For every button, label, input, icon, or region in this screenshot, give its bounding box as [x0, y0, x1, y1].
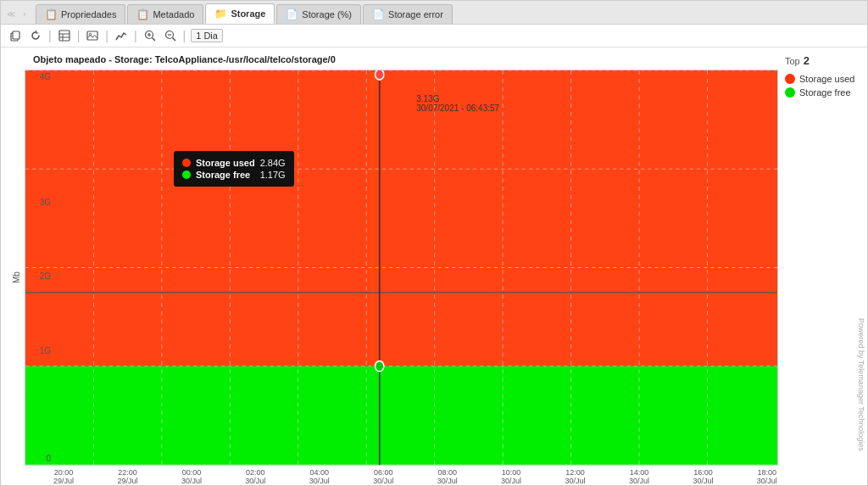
x-tick-3-time: 02:00 [245, 468, 265, 477]
x-tick-0: 20:00 29/Jul [53, 468, 74, 485]
x-axis: 20:00 29/Jul 22:00 29/Jul 00:00 30/Jul [53, 466, 778, 485]
svg-line-9 [152, 38, 155, 42]
svg-line-13 [172, 38, 175, 42]
toolbar: | | | | | 1 Dia [1, 25, 867, 47]
x-tick-3: 02:00 30/Jul [245, 468, 265, 485]
line-btn[interactable] [114, 29, 129, 42]
legend-label-free: Storage free [799, 87, 851, 98]
tab-metadado-icon: 📋 [136, 8, 149, 20]
crosshair-value: 3.13G [416, 94, 499, 103]
x-tick-1-time: 22:00 [117, 468, 137, 477]
legend-label-used: Storage used [799, 74, 854, 84]
x-tick-10-date: 30/Jul [693, 477, 713, 485]
svg-rect-6 [87, 31, 97, 40]
legend-item-free: Storage free [785, 87, 860, 98]
svg-marker-19 [370, 70, 375, 366]
x-tick-7-time: 10:00 [501, 468, 521, 477]
tab-storage-icon: 📁 [214, 8, 227, 20]
top-value: 2 [804, 54, 810, 67]
tab-propriedades-icon: 📋 [45, 8, 58, 20]
period-btn[interactable]: 1 Dia [191, 29, 223, 42]
tab-metadado-label: Metadado [153, 9, 194, 20]
y-axis-label: Mb [8, 70, 25, 485]
chart-area: Mb [8, 70, 778, 485]
x-tick-3-date: 30/Jul [245, 477, 265, 485]
x-tick-1-date: 29/Jul [117, 477, 137, 485]
nav-arrows: ≪ › [5, 8, 31, 20]
sep1: | [48, 29, 52, 42]
nav-forward-arrow[interactable]: › [19, 8, 31, 20]
tab-bar: ≪ › 📋 Propriedades 📋 Metadado 📁 Storage … [1, 1, 867, 25]
x-tick-8-time: 12:00 [565, 468, 586, 477]
copy-btn[interactable] [8, 29, 23, 42]
table-btn[interactable] [57, 29, 72, 42]
svg-rect-2 [59, 31, 70, 41]
tab-storage[interactable]: 📁 Storage [205, 3, 275, 24]
legend-dot-free [785, 87, 795, 98]
nav-back-arrow[interactable]: ≪ [5, 8, 17, 20]
crosshair-time: 30/07/2021 - 06:43:57 [416, 103, 499, 113]
zoom-out-btn[interactable] [163, 29, 178, 42]
reload-btn[interactable] [28, 29, 43, 42]
tab-storage-pct[interactable]: 📄 Storage (%) [276, 4, 361, 24]
top-label: Top [785, 56, 800, 66]
x-tick-4-time: 04:00 [309, 468, 330, 477]
chart-container: Objeto mapeado - Storage: TelcoAppliance… [1, 47, 778, 485]
watermark-text: Powered by Telemanager Technologies [857, 318, 865, 451]
zoom-in-btn[interactable] [142, 29, 158, 42]
x-tick-6-time: 08:00 [437, 468, 458, 477]
x-tick-0-date: 29/Jul [53, 477, 74, 485]
x-tick-7-date: 30/Jul [501, 477, 521, 485]
x-tick-9-date: 30/Jul [629, 477, 649, 485]
tab-storage-pct-icon: 📄 [286, 8, 298, 20]
x-tick-0-time: 20:00 [53, 468, 74, 477]
tab-storage-error-label: Storage error [388, 9, 443, 20]
sep3: | [105, 29, 108, 42]
x-tick-2-time: 00:00 [181, 468, 202, 477]
image-btn[interactable] [85, 29, 100, 42]
x-tick-7: 10:00 30/Jul [501, 468, 521, 485]
tab-storage-pct-label: Storage (%) [302, 9, 352, 20]
chart-plot[interactable]: 4G 3G 2G 1G 0 4G 3G 2G 1G 0 [25, 70, 778, 466]
x-tick-5-time: 06:00 [373, 468, 393, 477]
sep2: | [77, 29, 81, 42]
tab-storage-error-icon: 📄 [372, 8, 385, 20]
svg-point-38 [376, 361, 384, 371]
x-tick-9: 14:00 30/Jul [629, 468, 649, 485]
top-row: Top 2 [785, 54, 860, 67]
crosshair-label: 3.13G 30/07/2021 - 06:43:57 [416, 94, 499, 113]
chart-svg: 4G 3G 2G 1G 0 [25, 70, 777, 465]
x-tick-4: 04:00 30/Jul [309, 468, 330, 485]
tab-metadado[interactable]: 📋 Metadado [127, 4, 203, 24]
tab-propriedades-label: Propriedades [61, 9, 116, 20]
sep5: | [183, 29, 186, 42]
right-panel: Top 2 Storage used Storage free Powered … [778, 47, 867, 485]
chart-title: Objeto mapeado - Storage: TelcoAppliance… [33, 54, 778, 64]
x-tick-6: 08:00 30/Jul [437, 468, 458, 485]
x-tick-11-time: 18:00 [757, 468, 777, 477]
legend-item-used: Storage used [785, 74, 860, 84]
svg-rect-1 [13, 31, 19, 39]
x-tick-11-date: 30/Jul [757, 477, 777, 485]
x-tick-2-date: 30/Jul [181, 477, 202, 485]
x-tick-6-date: 30/Jul [437, 477, 458, 485]
x-tick-10-time: 16:00 [693, 468, 713, 477]
svg-rect-16 [25, 70, 777, 392]
main-window: ≪ › 📋 Propriedades 📋 Metadado 📁 Storage … [0, 0, 868, 486]
x-tick-5: 06:00 30/Jul [373, 468, 393, 485]
x-tick-1: 22:00 29/Jul [117, 468, 137, 485]
x-tick-9-time: 14:00 [629, 468, 649, 477]
svg-point-37 [376, 70, 384, 80]
x-tick-10: 16:00 30/Jul [693, 468, 713, 485]
x-tick-4-date: 30/Jul [309, 477, 330, 485]
sep4: | [134, 29, 137, 42]
x-tick-5-date: 30/Jul [373, 477, 393, 485]
x-tick-2: 00:00 30/Jul [181, 468, 202, 485]
x-tick-8: 12:00 30/Jul [565, 468, 586, 485]
x-tick-11: 18:00 30/Jul [757, 468, 777, 485]
tab-storage-error[interactable]: 📄 Storage error [363, 4, 453, 24]
chart-wrapper: Objeto mapeado - Storage: TelcoAppliance… [1, 47, 867, 485]
tab-propriedades[interactable]: 📋 Propriedades [36, 4, 125, 24]
tab-storage-label: Storage [231, 8, 265, 19]
x-tick-8-date: 30/Jul [565, 477, 586, 485]
